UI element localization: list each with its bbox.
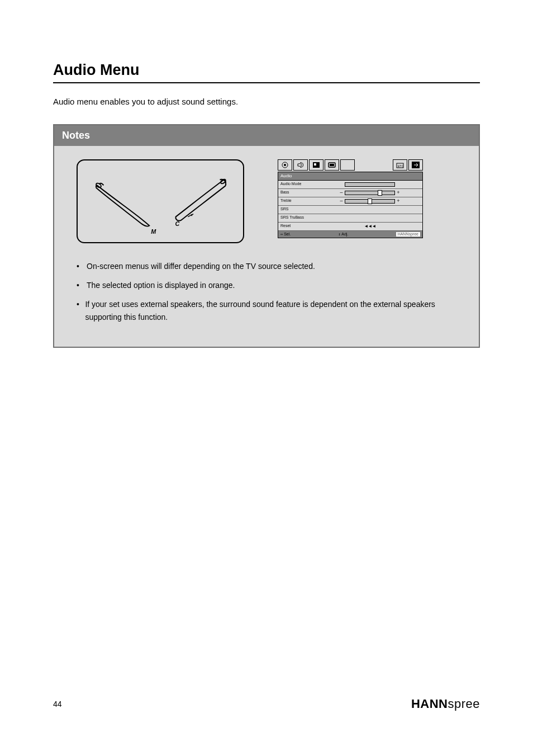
osd-row-value: ◄◄◄ bbox=[317, 224, 422, 229]
svg-rect-9 bbox=[330, 164, 334, 166]
tab-exit-icon bbox=[408, 159, 423, 171]
osd-row: Reset◄◄◄ bbox=[278, 223, 422, 231]
note-line: The selected option is displayed in oran… bbox=[87, 279, 235, 292]
osd-row-label: Audio Mode bbox=[278, 182, 317, 186]
osd-foot-brand: HANNspree bbox=[396, 232, 420, 237]
osd-foot-sel: ↔ Sel. bbox=[280, 232, 291, 237]
tab-ch-icon bbox=[309, 159, 323, 171]
page-number: 44 bbox=[53, 700, 62, 708]
notes-box: Notes M bbox=[53, 124, 480, 348]
osd-row: SRS bbox=[278, 206, 422, 214]
osd-row: Audio Mode bbox=[278, 181, 422, 189]
osd-row-label: Reset bbox=[278, 224, 317, 228]
svg-point-5 bbox=[284, 164, 286, 166]
tab-blank-icon bbox=[340, 159, 355, 171]
device-illustration: M C bbox=[77, 159, 244, 243]
osd-row: SRS TruBass bbox=[278, 214, 422, 223]
osd-row-label: SRS bbox=[278, 207, 317, 211]
tab-screen-icon bbox=[325, 159, 339, 171]
notes-heading: Notes bbox=[54, 125, 479, 146]
note-line: If your set uses external speakers, the … bbox=[85, 298, 456, 325]
svg-text:C: C bbox=[175, 220, 180, 227]
osd-foot-adj: ↕ Adj. bbox=[339, 232, 349, 237]
svg-rect-7 bbox=[314, 163, 316, 166]
osd-row-label: Treble bbox=[278, 199, 317, 203]
osd-row: Treble–+ bbox=[278, 197, 422, 206]
osd-tab-label: Audio bbox=[278, 172, 422, 181]
note-line: On-screen menus will differ depending on… bbox=[87, 260, 315, 273]
svg-text:ETC: ETC bbox=[398, 164, 403, 168]
osd-row: Bass–+ bbox=[278, 189, 422, 197]
bullet-icon: • bbox=[77, 279, 87, 298]
intro-text: Audio menu enables you to adjust sound s… bbox=[53, 96, 480, 107]
osd-row-value: –+ bbox=[317, 190, 422, 196]
bullet-icon: • bbox=[77, 260, 87, 279]
tab-audio-icon bbox=[293, 159, 308, 171]
osd-row-label: Bass bbox=[278, 190, 317, 195]
osd-mockup: ETC Audio Audio ModeBass–+Treble–+SRSSRS… bbox=[278, 159, 423, 238]
svg-text:M: M bbox=[151, 228, 156, 235]
tab-etc-icon: ETC bbox=[393, 159, 407, 171]
footer-brand: HANNspree bbox=[411, 697, 480, 711]
tab-picture-icon bbox=[278, 159, 292, 171]
page-title: Audio Menu bbox=[53, 62, 480, 79]
osd-row-label: SRS TruBass bbox=[278, 215, 317, 220]
osd-row-value bbox=[317, 182, 422, 187]
osd-row-value: –+ bbox=[317, 198, 422, 204]
bullet-icon: • bbox=[77, 298, 85, 330]
